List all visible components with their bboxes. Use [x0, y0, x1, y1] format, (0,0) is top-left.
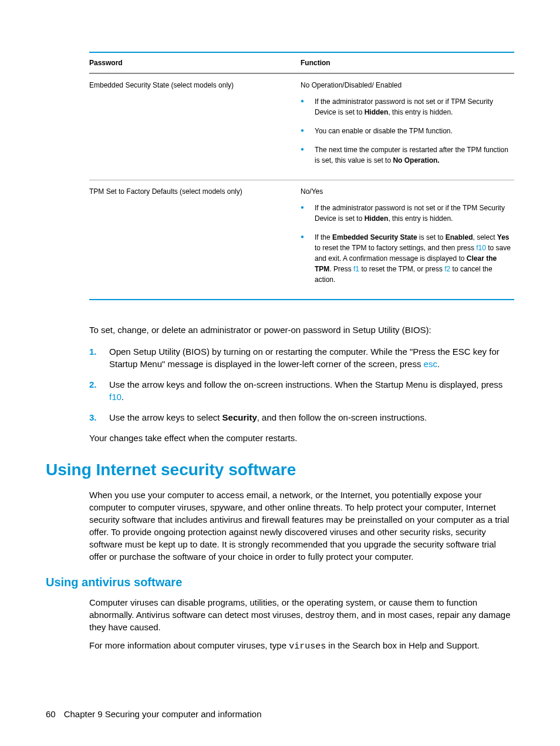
section-paragraph: When you use your computer to access ema…	[89, 489, 514, 563]
table-row: TPM Set to Factory Defaults (select mode…	[89, 180, 514, 299]
step-item: 2.Use the arrow keys and follow the on-s…	[89, 378, 514, 403]
step-number: 3.	[89, 411, 109, 424]
outro-paragraph: Your changes take effect when the comput…	[89, 432, 514, 444]
bullet-item: The next time the computer is restarted …	[301, 145, 514, 166]
header-function: Function	[301, 59, 514, 67]
row-name: Embedded Security State (select models o…	[89, 80, 301, 174]
subsection-heading: Using antivirus software	[46, 576, 514, 589]
step-number: 1.	[89, 345, 109, 370]
header-password: Password	[89, 59, 301, 67]
bullet-list: If the administrator password is not set…	[301, 203, 514, 285]
chapter-label: Chapter 9 Securing your computer and inf…	[64, 709, 262, 719]
row-name: TPM Set to Factory Defaults (select mode…	[89, 186, 301, 293]
password-function-table: Password Function Embedded Security Stat…	[89, 52, 514, 300]
section-heading: Using Internet security software	[46, 461, 514, 479]
table-header-row: Password Function	[89, 53, 514, 73]
intro-paragraph: To set, change, or delete an administrat…	[89, 324, 514, 336]
subsection-paragraph: Computer viruses can disable programs, u…	[89, 596, 514, 633]
page-number: 60	[46, 709, 56, 719]
bullet-item: If the administrator password is not set…	[301, 203, 514, 224]
row-function: No/Yes If the administrator password is …	[301, 186, 514, 293]
row-function: No Operation/Disabled/ Enabled If the ad…	[301, 80, 514, 174]
row-lead: No/Yes	[301, 186, 514, 197]
step-item: 1.Open Setup Utility (BIOS) by turning o…	[89, 345, 514, 370]
bullet-item: If the Embedded Security State is set to…	[301, 232, 514, 285]
step-item: 3.Use the arrow keys to select Security,…	[89, 411, 514, 424]
row-lead: No Operation/Disabled/ Enabled	[301, 80, 514, 90]
bullet-item: You can enable or disable the TPM functi…	[301, 126, 514, 136]
page-footer: 60Chapter 9 Securing your computer and i…	[46, 709, 262, 719]
step-number: 2.	[89, 378, 109, 403]
subsection-paragraph: For more information about computer viru…	[89, 639, 514, 653]
bullet-item: If the administrator password is not set…	[301, 96, 514, 117]
table-row: Embedded Security State (select models o…	[89, 73, 514, 180]
bullet-list: If the administrator password is not set…	[301, 96, 514, 166]
steps-list: 1.Open Setup Utility (BIOS) by turning o…	[89, 345, 514, 424]
